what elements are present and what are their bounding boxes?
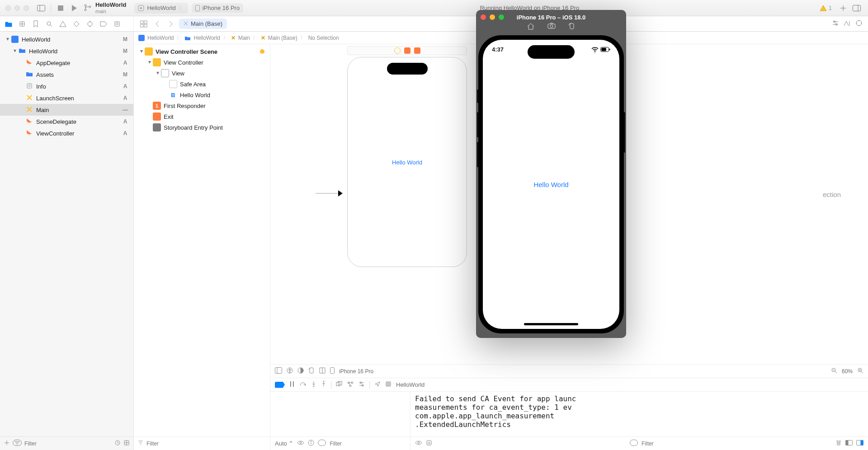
stop-button[interactable] bbox=[56, 3, 66, 13]
review-icon[interactable] bbox=[844, 20, 851, 28]
scm-filter-icon[interactable] bbox=[123, 440, 130, 447]
related-items-icon[interactable] bbox=[138, 19, 149, 29]
minimize-dot[interactable] bbox=[14, 5, 20, 11]
orientation-icon[interactable] bbox=[308, 367, 315, 375]
bookmark-nav-icon[interactable] bbox=[32, 20, 40, 28]
view-debug-icon[interactable] bbox=[336, 381, 342, 389]
console-output[interactable]: Failed to send CA Event for app launc me… bbox=[410, 392, 868, 436]
device-icon[interactable] bbox=[330, 367, 335, 375]
outline-item[interactable]: Safe Area bbox=[134, 79, 270, 89]
sim-home-icon[interactable] bbox=[527, 23, 535, 31]
sim-zoom-dot[interactable] bbox=[499, 14, 504, 20]
add-file-icon[interactable] bbox=[4, 440, 10, 447]
nav-back-icon[interactable] bbox=[152, 19, 163, 29]
scheme-destination[interactable]: iPhone 16 Pro bbox=[192, 3, 243, 13]
console-filter-scope-icon[interactable] bbox=[630, 440, 638, 447]
outline-item[interactable]: Exit bbox=[134, 111, 270, 122]
pause-icon[interactable] bbox=[289, 381, 295, 389]
device-label[interactable]: iPhone 16 Pro bbox=[339, 368, 373, 375]
issue-nav-icon[interactable] bbox=[59, 20, 67, 28]
close-dot[interactable] bbox=[5, 5, 11, 11]
editor-tab[interactable]: Main (Base) bbox=[179, 19, 227, 29]
variables-view[interactable] bbox=[270, 392, 410, 436]
appearance-icon[interactable] bbox=[297, 367, 304, 375]
pane-right-icon[interactable] bbox=[856, 440, 863, 447]
navigator-filter-input[interactable] bbox=[24, 441, 112, 447]
vars-filter-scope-icon[interactable] bbox=[318, 440, 326, 447]
memory-graph-icon[interactable] bbox=[347, 381, 354, 389]
step-into-icon[interactable] bbox=[311, 381, 316, 389]
sim-close-dot[interactable] bbox=[481, 14, 486, 20]
hello-world-button[interactable]: Hello World bbox=[392, 159, 422, 165]
nav-item-viewcontroller[interactable]: ViewControllerA bbox=[0, 127, 133, 139]
outline-item[interactable]: Storyboard Entry Point bbox=[134, 122, 270, 133]
run-button[interactable] bbox=[69, 3, 79, 13]
canvas-options-icon[interactable] bbox=[855, 19, 863, 28]
outline-item[interactable]: BHello World bbox=[134, 89, 270, 100]
report-nav-icon[interactable] bbox=[113, 20, 121, 28]
test-nav-icon[interactable] bbox=[72, 20, 80, 28]
zoom-label[interactable]: 60% bbox=[842, 368, 853, 375]
nav-item-appdelegate[interactable]: AppDelegateA bbox=[0, 57, 133, 69]
sim-minimize-dot[interactable] bbox=[490, 14, 495, 20]
storyboard-view-controller[interactable]: Hello World bbox=[347, 57, 467, 267]
sim-rotate-icon[interactable] bbox=[568, 23, 576, 31]
breakpoint-nav-icon[interactable] bbox=[99, 20, 108, 28]
sim-screenshot-icon[interactable] bbox=[547, 23, 556, 31]
vars-scope-label[interactable]: Auto ⌃ bbox=[275, 440, 293, 447]
simulator-window[interactable]: iPhone 16 Pro – iOS 18.0 4:37 Hello Worl bbox=[476, 10, 626, 338]
sidebar-toggle-icon[interactable] bbox=[36, 3, 46, 13]
nav-item-helloworld[interactable]: HelloWorldM bbox=[0, 45, 133, 57]
vars-filter-input[interactable] bbox=[330, 441, 406, 447]
zoom-dot[interactable] bbox=[24, 5, 29, 11]
console-metadata-icon[interactable] bbox=[426, 440, 432, 447]
console-filter-input[interactable] bbox=[642, 441, 832, 447]
pane-left-icon[interactable] bbox=[845, 440, 853, 447]
close-tab-icon[interactable] bbox=[184, 20, 188, 27]
trash-icon[interactable] bbox=[835, 440, 842, 447]
outline-filter-input[interactable] bbox=[146, 441, 266, 447]
debug-nav-icon[interactable] bbox=[86, 20, 94, 28]
nav-item-info[interactable]: InfoA bbox=[0, 80, 133, 92]
nav-item-scenedelegate[interactable]: SceneDelegateA bbox=[0, 116, 133, 127]
nav-item-helloworld[interactable]: HelloWorldM bbox=[0, 33, 133, 45]
nav-item-assets[interactable]: AssetsM bbox=[0, 69, 133, 80]
nav-item-launchscreen[interactable]: LaunchScreenA bbox=[0, 92, 133, 104]
nav-forward-icon[interactable] bbox=[165, 19, 176, 29]
add-button[interactable] bbox=[838, 3, 848, 13]
vars-info-icon[interactable] bbox=[308, 440, 314, 447]
filter-scope-icon[interactable] bbox=[13, 440, 22, 447]
home-indicator[interactable] bbox=[524, 323, 578, 325]
layout-icon[interactable] bbox=[319, 367, 326, 375]
project-navigator-icon[interactable] bbox=[5, 20, 13, 28]
recent-filter-icon[interactable] bbox=[114, 440, 121, 447]
location-icon[interactable] bbox=[374, 381, 381, 389]
simulator-device[interactable]: 4:37 Hello World bbox=[478, 35, 624, 333]
breakpoints-active-icon[interactable] bbox=[275, 382, 285, 388]
window-controls[interactable] bbox=[0, 5, 34, 11]
outline-item[interactable]: View Controller bbox=[134, 57, 270, 68]
find-nav-icon[interactable] bbox=[45, 20, 53, 28]
env-overrides-icon[interactable] bbox=[359, 381, 365, 389]
vars-eye-icon[interactable] bbox=[297, 440, 304, 447]
process-name[interactable]: HelloWorld bbox=[396, 381, 425, 388]
issue-indicator[interactable]: 1 bbox=[820, 5, 836, 11]
step-out-icon[interactable] bbox=[321, 381, 326, 389]
scene-dock[interactable] bbox=[347, 46, 467, 55]
outline-item[interactable]: View Controller Scene bbox=[134, 46, 270, 57]
outline-item[interactable]: 1First Responder bbox=[134, 100, 270, 111]
adjust-editor-icon[interactable] bbox=[832, 20, 839, 28]
step-over-icon[interactable] bbox=[299, 381, 307, 389]
zoom-in-icon[interactable] bbox=[857, 367, 863, 375]
outline-toggle-icon[interactable] bbox=[275, 367, 282, 375]
zoom-out-icon[interactable] bbox=[831, 367, 837, 375]
sim-hello-world-button[interactable]: Hello World bbox=[533, 181, 568, 188]
accessibility-icon[interactable] bbox=[287, 367, 293, 375]
scheme-app[interactable]: HelloWorld 〉 bbox=[134, 3, 188, 14]
source-control-nav-icon[interactable] bbox=[18, 20, 26, 28]
nav-item-main[interactable]: Main— bbox=[0, 104, 133, 116]
library-button[interactable] bbox=[852, 3, 862, 13]
console-eye-icon[interactable] bbox=[415, 440, 422, 447]
outline-item[interactable]: View bbox=[134, 68, 270, 79]
source-control[interactable]: HelloWorld main bbox=[81, 2, 126, 14]
